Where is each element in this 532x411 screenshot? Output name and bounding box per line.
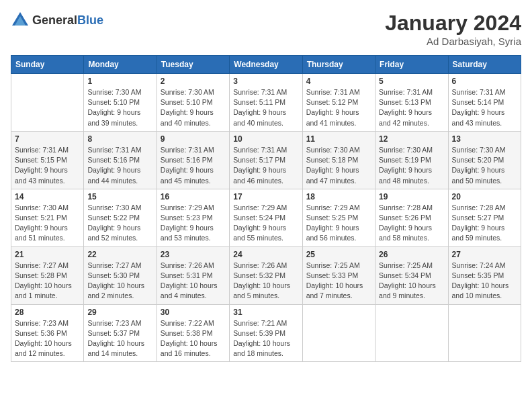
day-info: Sunrise: 7:28 AM Sunset: 5:26 PM Dayligh… [379, 203, 444, 244]
day-info: Sunrise: 7:31 AM Sunset: 5:16 PM Dayligh… [161, 145, 226, 186]
calendar-cell: 27Sunrise: 7:24 AM Sunset: 5:35 PM Dayli… [448, 246, 521, 304]
day-info: Sunrise: 7:21 AM Sunset: 5:39 PM Dayligh… [233, 318, 298, 359]
calendar-cell: 10Sunrise: 7:31 AM Sunset: 5:17 PM Dayli… [230, 131, 302, 189]
day-number: 24 [233, 250, 298, 259]
calendar-cell: 22Sunrise: 7:27 AM Sunset: 5:30 PM Dayli… [84, 246, 157, 304]
day-number: 5 [379, 77, 444, 86]
calendar-week-row: 7Sunrise: 7:31 AM Sunset: 5:15 PM Daylig… [11, 131, 521, 189]
calendar-cell: 18Sunrise: 7:29 AM Sunset: 5:25 PM Dayli… [302, 189, 375, 246]
calendar-cell: 26Sunrise: 7:25 AM Sunset: 5:34 PM Dayli… [375, 246, 448, 304]
calendar-day-header: Sunday [11, 56, 84, 74]
day-number: 10 [233, 134, 298, 144]
day-number: 16 [161, 192, 226, 201]
calendar-cell: 24Sunrise: 7:26 AM Sunset: 5:32 PM Dayli… [230, 246, 302, 304]
day-info: Sunrise: 7:24 AM Sunset: 5:35 PM Dayligh… [452, 261, 517, 302]
calendar-week-row: 1Sunrise: 7:30 AM Sunset: 5:10 PM Daylig… [11, 74, 521, 132]
calendar-cell: 9Sunrise: 7:31 AM Sunset: 5:16 PM Daylig… [157, 131, 229, 189]
day-info: Sunrise: 7:30 AM Sunset: 5:10 PM Dayligh… [161, 87, 226, 128]
calendar-day-header: Wednesday [230, 56, 302, 74]
calendar-cell: 14Sunrise: 7:30 AM Sunset: 5:21 PM Dayli… [11, 189, 84, 246]
day-number: 20 [452, 192, 517, 201]
calendar-cell: 29Sunrise: 7:23 AM Sunset: 5:37 PM Dayli… [84, 304, 157, 362]
calendar-cell: 17Sunrise: 7:29 AM Sunset: 5:24 PM Dayli… [230, 189, 302, 246]
calendar-cell: 23Sunrise: 7:26 AM Sunset: 5:31 PM Dayli… [157, 246, 229, 304]
day-info: Sunrise: 7:29 AM Sunset: 5:23 PM Dayligh… [161, 203, 226, 244]
calendar-day-header: Tuesday [157, 56, 229, 74]
calendar-cell: 4Sunrise: 7:31 AM Sunset: 5:12 PM Daylig… [302, 74, 375, 132]
calendar-cell: 19Sunrise: 7:28 AM Sunset: 5:26 PM Dayli… [375, 189, 448, 246]
calendar-cell: 28Sunrise: 7:23 AM Sunset: 5:36 PM Dayli… [11, 304, 84, 362]
title-block: January 2024 Ad Darbasiyah, Syria [385, 11, 521, 47]
day-number: 31 [233, 308, 298, 317]
calendar-cell: 13Sunrise: 7:30 AM Sunset: 5:20 PM Dayli… [448, 131, 521, 189]
day-number: 25 [306, 250, 371, 259]
day-number: 30 [161, 308, 226, 317]
calendar-cell [302, 304, 375, 362]
calendar-day-header: Saturday [448, 56, 521, 74]
calendar-cell: 1Sunrise: 7:30 AM Sunset: 5:10 PM Daylig… [84, 74, 157, 132]
day-info: Sunrise: 7:31 AM Sunset: 5:12 PM Dayligh… [306, 87, 371, 128]
logo-text-blue: Blue [77, 13, 103, 27]
day-number: 7 [15, 134, 80, 144]
location-title: Ad Darbasiyah, Syria [385, 36, 521, 47]
logo: GeneralBlue [11, 11, 103, 30]
day-number: 14 [15, 192, 80, 201]
calendar-cell: 30Sunrise: 7:22 AM Sunset: 5:38 PM Dayli… [157, 304, 229, 362]
day-number: 4 [306, 77, 371, 86]
calendar-cell: 3Sunrise: 7:31 AM Sunset: 5:11 PM Daylig… [230, 74, 302, 132]
day-info: Sunrise: 7:23 AM Sunset: 5:37 PM Dayligh… [87, 318, 152, 359]
day-number: 13 [452, 134, 517, 144]
calendar-header-row: SundayMondayTuesdayWednesdayThursdayFrid… [11, 56, 521, 74]
day-info: Sunrise: 7:29 AM Sunset: 5:25 PM Dayligh… [306, 203, 371, 244]
calendar-cell: 20Sunrise: 7:28 AM Sunset: 5:27 PM Dayli… [448, 189, 521, 246]
month-title: January 2024 [385, 11, 521, 36]
calendar-cell: 16Sunrise: 7:29 AM Sunset: 5:23 PM Dayli… [157, 189, 229, 246]
calendar-cell [448, 304, 521, 362]
day-info: Sunrise: 7:31 AM Sunset: 5:16 PM Dayligh… [87, 145, 152, 186]
calendar-cell: 8Sunrise: 7:31 AM Sunset: 5:16 PM Daylig… [84, 131, 157, 189]
day-number: 11 [306, 134, 371, 144]
day-number: 19 [379, 192, 444, 201]
day-info: Sunrise: 7:23 AM Sunset: 5:36 PM Dayligh… [15, 318, 80, 359]
calendar-day-header: Monday [84, 56, 157, 74]
day-info: Sunrise: 7:27 AM Sunset: 5:28 PM Dayligh… [15, 261, 80, 302]
calendar-cell: 5Sunrise: 7:31 AM Sunset: 5:13 PM Daylig… [375, 74, 448, 132]
day-info: Sunrise: 7:30 AM Sunset: 5:20 PM Dayligh… [452, 145, 517, 186]
calendar-cell: 12Sunrise: 7:30 AM Sunset: 5:19 PM Dayli… [375, 131, 448, 189]
day-info: Sunrise: 7:30 AM Sunset: 5:22 PM Dayligh… [87, 203, 152, 244]
day-number: 9 [161, 134, 226, 144]
day-number: 27 [452, 250, 517, 259]
day-number: 6 [452, 77, 517, 86]
day-number: 26 [379, 250, 444, 259]
day-number: 8 [87, 134, 152, 144]
day-info: Sunrise: 7:27 AM Sunset: 5:30 PM Dayligh… [87, 261, 152, 302]
day-number: 17 [233, 192, 298, 201]
calendar-cell: 25Sunrise: 7:25 AM Sunset: 5:33 PM Dayli… [302, 246, 375, 304]
calendar-cell: 21Sunrise: 7:27 AM Sunset: 5:28 PM Dayli… [11, 246, 84, 304]
day-info: Sunrise: 7:30 AM Sunset: 5:19 PM Dayligh… [379, 145, 444, 186]
calendar-week-row: 14Sunrise: 7:30 AM Sunset: 5:21 PM Dayli… [11, 189, 521, 246]
logo-icon [11, 11, 30, 30]
day-info: Sunrise: 7:31 AM Sunset: 5:13 PM Dayligh… [379, 87, 444, 128]
day-number: 12 [379, 134, 444, 144]
calendar-cell: 31Sunrise: 7:21 AM Sunset: 5:39 PM Dayli… [230, 304, 302, 362]
day-number: 3 [233, 77, 298, 86]
day-number: 22 [87, 250, 152, 259]
day-info: Sunrise: 7:22 AM Sunset: 5:38 PM Dayligh… [161, 318, 226, 359]
logo-text-general: General [32, 13, 77, 27]
day-info: Sunrise: 7:30 AM Sunset: 5:21 PM Dayligh… [15, 203, 80, 244]
calendar-cell: 11Sunrise: 7:30 AM Sunset: 5:18 PM Dayli… [302, 131, 375, 189]
day-number: 29 [87, 308, 152, 317]
day-info: Sunrise: 7:31 AM Sunset: 5:17 PM Dayligh… [233, 145, 298, 186]
day-number: 23 [161, 250, 226, 259]
day-info: Sunrise: 7:31 AM Sunset: 5:11 PM Dayligh… [233, 87, 298, 128]
day-number: 2 [161, 77, 226, 86]
calendar-table: SundayMondayTuesdayWednesdayThursdayFrid… [11, 55, 521, 362]
calendar-cell: 2Sunrise: 7:30 AM Sunset: 5:10 PM Daylig… [157, 74, 229, 132]
day-info: Sunrise: 7:25 AM Sunset: 5:33 PM Dayligh… [306, 261, 371, 302]
day-number: 18 [306, 192, 371, 201]
day-info: Sunrise: 7:26 AM Sunset: 5:32 PM Dayligh… [233, 261, 298, 302]
day-number: 1 [87, 77, 152, 86]
calendar-body: 1Sunrise: 7:30 AM Sunset: 5:10 PM Daylig… [11, 74, 521, 362]
page-header: GeneralBlue January 2024 Ad Darbasiyah, … [11, 11, 521, 47]
